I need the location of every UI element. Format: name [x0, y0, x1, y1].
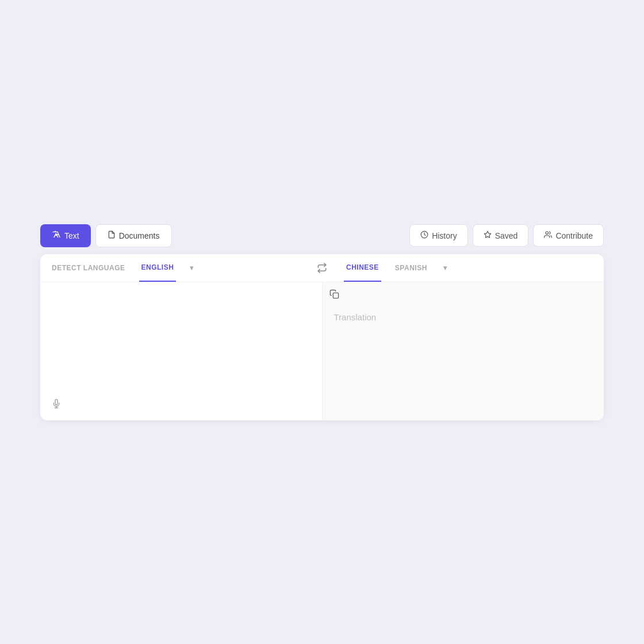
toolbar-left: Text Documents: [40, 224, 172, 247]
source-language-dropdown[interactable]: ▾: [187, 255, 196, 281]
translation-panel: DETECT LANGUAGE ENGLISH ▾ CHINESE SPANIS…: [40, 254, 604, 420]
saved-icon: [484, 231, 492, 240]
language-bar: DETECT LANGUAGE ENGLISH ▾ CHINESE SPANIS…: [40, 254, 604, 282]
history-label: History: [432, 231, 457, 240]
translation-placeholder: Translation: [334, 312, 593, 322]
svg-rect-5: [333, 293, 338, 298]
source-text-area: [40, 282, 323, 420]
chevron-down-icon: ▾: [190, 264, 194, 272]
history-icon: [420, 231, 428, 240]
target-text-area: Translation: [323, 282, 604, 420]
copy-button[interactable]: [329, 289, 339, 302]
main-container: Text Documents: [40, 224, 604, 420]
documents-icon: [108, 231, 116, 240]
microphone-button[interactable]: [52, 399, 61, 411]
english-language-option[interactable]: ENGLISH: [139, 254, 177, 282]
toolbar: Text Documents: [40, 224, 604, 247]
copy-icon: [329, 289, 339, 299]
svg-point-2: [546, 232, 549, 235]
source-languages: DETECT LANGUAGE ENGLISH ▾: [40, 254, 309, 282]
target-chevron-down-icon: ▾: [443, 264, 447, 272]
contribute-icon: [544, 231, 552, 240]
text-tab-label: Text: [64, 231, 79, 240]
saved-label: Saved: [495, 231, 518, 240]
text-areas: Translation: [40, 282, 604, 420]
svg-marker-1: [484, 231, 491, 237]
spanish-language-option[interactable]: SPANISH: [393, 255, 430, 281]
toolbar-right: History Saved: [409, 224, 604, 247]
contribute-label: Contribute: [555, 231, 593, 240]
translate-icon: [52, 230, 61, 241]
target-languages: CHINESE SPANISH ▾: [335, 254, 604, 282]
target-language-dropdown[interactable]: ▾: [441, 255, 450, 281]
chinese-language-option[interactable]: CHINESE: [344, 254, 381, 282]
documents-tab-button[interactable]: Documents: [95, 224, 172, 247]
detect-language-option[interactable]: DETECT LANGUAGE: [49, 255, 128, 281]
swap-icon: [317, 263, 327, 273]
text-tab-button[interactable]: Text: [40, 224, 91, 247]
documents-tab-label: Documents: [119, 231, 160, 240]
saved-button[interactable]: Saved: [473, 224, 529, 247]
microphone-icon: [52, 399, 61, 408]
swap-languages-button[interactable]: [309, 256, 335, 280]
source-input[interactable]: [52, 292, 310, 411]
contribute-button[interactable]: Contribute: [533, 224, 604, 247]
history-button[interactable]: History: [409, 224, 468, 247]
